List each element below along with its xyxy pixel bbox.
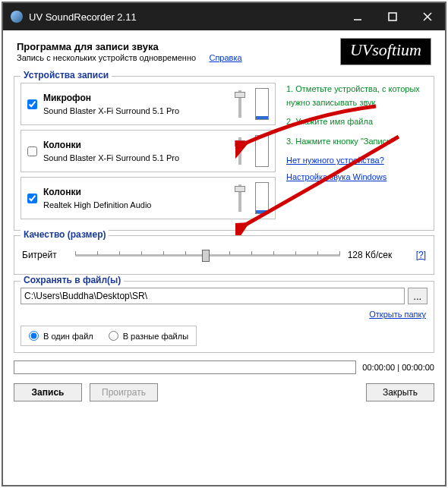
device-row: Колонки Sound Blaster X-Fi Surround 5.1 …: [21, 130, 276, 172]
device-row: Колонки Realtek High Definition Audio: [21, 177, 276, 219]
progress-row: 00:00:00 | 00:00:00: [14, 360, 434, 374]
device-name: Колонки: [43, 140, 231, 150]
devices-legend: Устройства записи: [21, 70, 112, 80]
bitrate-label: Битрейт: [22, 250, 68, 260]
close-app-button[interactable]: Закрыть: [366, 383, 434, 401]
sound-settings-link[interactable]: Настройка звука Windows: [286, 171, 386, 184]
record-button[interactable]: Запись: [14, 383, 82, 401]
volume-slider[interactable]: [231, 182, 249, 214]
radio-many-files[interactable]: [109, 331, 118, 341]
device-checkbox[interactable]: [27, 99, 37, 109]
device-desc: Realtek High Definition Audio: [43, 200, 231, 209]
header-subtitle: Запись с нескольких устройств одновремен…: [17, 53, 196, 62]
header: Программа для записи звука Запись с неск…: [3, 30, 445, 70]
device-name: Колонки: [43, 187, 231, 197]
level-meter: [255, 182, 269, 214]
save-group: Сохранять в файл(ы) ... Открыть папку В …: [14, 281, 434, 353]
time-display: 00:00:00 | 00:00:00: [362, 363, 434, 372]
volume-slider[interactable]: [231, 135, 249, 167]
maximize-button[interactable]: [375, 3, 410, 30]
hints-panel: 1. Отметьте устройства, с которых нужно …: [276, 83, 427, 224]
help-link[interactable]: Справка: [209, 53, 241, 62]
logo: UVsoftium: [340, 38, 431, 65]
play-button[interactable]: Проиграть: [90, 383, 158, 401]
level-meter: [255, 88, 269, 120]
quality-legend: Качество (размер): [21, 229, 109, 240]
button-row: Запись Проиграть Закрыть: [14, 383, 434, 409]
device-checkbox[interactable]: [27, 146, 37, 156]
no-device-link[interactable]: Нет нужного устройства?: [286, 154, 384, 168]
app-icon: [11, 11, 23, 23]
device-desc: Sound Blaster X-Fi Surround 5.1 Pro: [43, 106, 231, 115]
radio-one-file[interactable]: [29, 331, 39, 341]
hint-step-2: 2. Укажите имя файла: [286, 115, 427, 129]
bitrate-value: 128 Кб/сек: [348, 250, 416, 260]
device-row: Микрофон Sound Blaster X-Fi Surround 5.1…: [21, 83, 276, 125]
minimize-button[interactable]: [340, 3, 375, 30]
hint-step-1: 1. Отметьте устройства, с которых нужно …: [286, 83, 427, 109]
close-button[interactable]: [410, 3, 445, 30]
browse-button[interactable]: ...: [408, 288, 428, 304]
save-mode-radios: В один файл В разные файлы: [21, 326, 197, 346]
devices-group: Устройства записи Микрофон Sound Blaster…: [14, 76, 434, 231]
device-desc: Sound Blaster X-Fi Surround 5.1 Pro: [43, 153, 231, 162]
bitrate-slider[interactable]: [75, 247, 340, 263]
save-path-input[interactable]: [21, 288, 405, 304]
device-checkbox[interactable]: [27, 194, 37, 203]
header-title: Программа для записи звука: [17, 41, 333, 52]
save-legend: Сохранять в файл(ы): [21, 275, 124, 285]
hint-step-3: 3. Нажмите кнопку "Запись": [286, 135, 427, 149]
window-title: UV SoundRecorder 2.11: [29, 11, 340, 23]
bitrate-help-link[interactable]: [?]: [416, 250, 426, 260]
title-bar: UV SoundRecorder 2.11: [3, 3, 445, 30]
svg-rect-1: [389, 13, 396, 20]
level-meter: [255, 135, 269, 167]
device-name: Микрофон: [43, 93, 231, 103]
open-folder-link[interactable]: Открыть папку: [369, 310, 426, 319]
progress-bar: [14, 360, 356, 374]
quality-group: Качество (размер) Битрейт 128 Кб/сек [?]: [14, 235, 434, 275]
volume-slider[interactable]: [231, 88, 249, 120]
device-list: Микрофон Sound Blaster X-Fi Surround 5.1…: [21, 83, 276, 224]
